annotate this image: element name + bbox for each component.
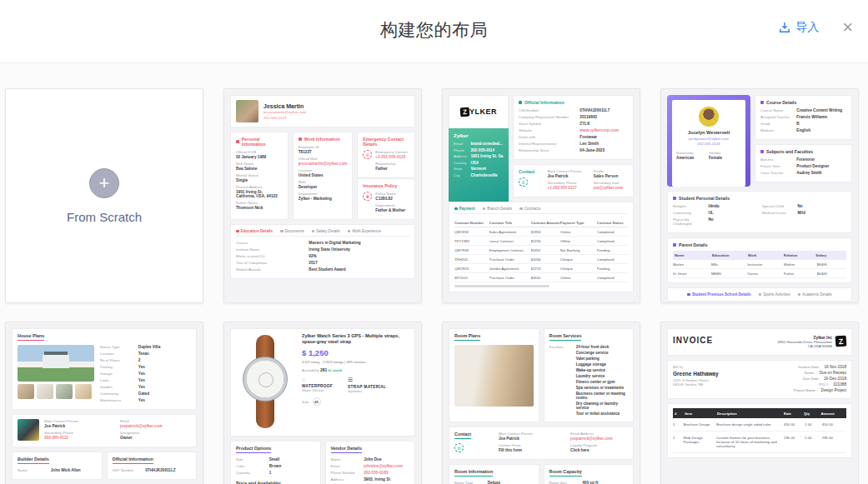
table-cell: Contract Amount xyxy=(531,221,560,225)
field-label: Special Child xyxy=(762,204,797,208)
table-cell: Cheque xyxy=(560,267,597,271)
field-value: B xyxy=(796,122,799,126)
field-label: Nick Name xyxy=(236,162,283,166)
table-cell: Payment Type xyxy=(560,221,597,225)
field-label: Year of Completion xyxy=(236,261,309,265)
template-card-product[interactable]: Zylker Watch Series 3 GPS - Multiple str… xyxy=(223,322,422,484)
table-cell: QW7933 xyxy=(454,248,489,252)
field-label: Secondary Phone xyxy=(44,431,115,435)
close-icon[interactable]: × xyxy=(842,20,853,35)
field-value: Sales Person xyxy=(594,174,633,178)
field-value: Yes xyxy=(138,378,145,382)
field-value: 321088 xyxy=(833,382,846,387)
field-row: GarageYes xyxy=(100,372,191,376)
field-value: Masters in Digital Marketing xyxy=(309,241,360,245)
table-row: 2Web Design PackagesCustom themes for yo… xyxy=(673,432,846,453)
template-card-company[interactable]: ZYLKER Zylker Emailbrand-zonedeal...Phon… xyxy=(442,88,640,303)
section-title: Room Information xyxy=(454,469,493,477)
template-card-from-scratch[interactable]: + From Scratch xyxy=(5,88,203,303)
field-value: Zylker - Marketing xyxy=(299,197,348,201)
field-row: Relationship Since04-June-2023 xyxy=(519,148,628,152)
facilities-label: Facilities xyxy=(549,345,576,417)
table-cell: Net Banking xyxy=(560,248,597,252)
house-title: House Plans xyxy=(18,333,44,341)
template-card-employee[interactable]: Jessica Martin jessicamartin@zylker.com … xyxy=(223,88,422,303)
waterproof-icon: ◌ xyxy=(302,377,333,382)
horizontal-scrollbar xyxy=(454,285,549,287)
field-value: Texas xyxy=(138,352,149,356)
student-email: jocelynwest@zylker.com xyxy=(676,137,741,141)
house-fields: House TypeDuplex VillaLocationTexasNo of… xyxy=(100,345,191,405)
tab-documents: Documents xyxy=(280,229,304,233)
field-label: Project Name : xyxy=(793,388,817,392)
table-cell: $3555 xyxy=(531,276,560,280)
table-cell: Pending xyxy=(597,248,628,252)
table-cell: Work xyxy=(748,253,784,257)
field-value: Yes xyxy=(138,385,145,389)
field-label: House Type xyxy=(100,345,138,349)
field-row: Emergency Contact+1-201-555-0123 xyxy=(375,150,408,159)
section-title: Student Personal Details xyxy=(679,196,730,201)
field-row: GST Number07HHJK20011LZ xyxy=(113,468,192,472)
field-value: 02 January 1989 xyxy=(236,155,283,159)
student-phone: 202-555-0143 xyxy=(676,142,741,146)
template-card-student[interactable]: Jocelyn Westervelt jocelynwest@zylker.co… xyxy=(660,88,859,303)
list-item: Dry cleaning or laundry service xyxy=(576,402,628,410)
subjects-icon xyxy=(760,150,764,153)
table-cell: MBBS xyxy=(711,272,748,276)
template-card-invoice[interactable]: INVOICE Zylker Inc 4951 Hacienda Drive, … xyxy=(660,322,859,484)
student-profile-card: Jocelyn Westervelt jocelynwest@zylker.co… xyxy=(667,95,750,187)
field-row: Contact FormFill this form xyxy=(499,443,568,452)
invoice-table: #ItemDescriptionRateQtyAmount1Brochure D… xyxy=(673,408,846,453)
field-row: Marital StatusSingle xyxy=(236,173,283,182)
section-title: Parent Details xyxy=(679,242,708,247)
field-label: Due Date : xyxy=(803,377,820,381)
field-value: Joe Patrick xyxy=(44,424,115,428)
list-item: Fitness center or gym xyxy=(576,380,628,384)
table-cell: Online xyxy=(560,276,597,280)
invoice-address2: CA USA 94588 xyxy=(808,344,832,348)
insurance-fields: Policy NameC128/L82DependentsFather & Mo… xyxy=(375,192,405,215)
personal-fields-left: ReligionHinduCommunityULPhysically Chall… xyxy=(673,204,757,228)
table-cell: $640K xyxy=(817,272,846,276)
contact-photo xyxy=(18,419,39,441)
field-label: Official Mail xyxy=(299,157,348,161)
section-title: Insurance Policy xyxy=(363,183,397,188)
field-label: Address xyxy=(454,154,470,158)
section-title: Personal Information xyxy=(242,137,283,147)
field-label: Invoice Date : xyxy=(799,365,821,369)
field-row: GenderFemale xyxy=(709,151,741,160)
field-value: Owner xyxy=(120,436,191,440)
field-row: Policy NameC128/L82 xyxy=(375,192,405,201)
import-button[interactable]: 导入 xyxy=(779,20,819,35)
template-card-room[interactable]: Room Plans Room Services Facilities 24-h… xyxy=(442,322,640,484)
bill-to-label: Bill To xyxy=(673,365,683,369)
field-row: DesignationOwner xyxy=(120,431,191,440)
section-title: Product Options xyxy=(236,446,271,453)
field-row: Father NameThomson Nick xyxy=(236,201,283,210)
table-cell: Web Design Packages xyxy=(683,436,716,444)
plus-icon[interactable]: + xyxy=(89,168,119,198)
field-label: No of Floors xyxy=(100,358,138,362)
tab-academic-details: Academic Details xyxy=(798,292,832,297)
tab-branch-details: Branch Details xyxy=(483,207,512,211)
tab-contracts: Contracts xyxy=(519,207,540,211)
personal-fields-right: Special ChildNoMedical IssuesMild xyxy=(762,204,846,228)
field-label: Father Name xyxy=(236,201,283,205)
size-label: Size xyxy=(302,400,309,404)
field-value: USA xyxy=(470,161,479,165)
template-card-house[interactable]: House Plans House TypeDuplex VillaLocati… xyxy=(5,322,203,484)
section-title: Contact xyxy=(454,432,471,439)
field-row: ProfileSales Person xyxy=(594,169,633,178)
table-cell: Offline xyxy=(560,239,597,243)
product-title: Zylker Watch Series 3 GPS - Multiple str… xyxy=(302,333,409,346)
field-row: Medals/AwardsBest Student Award xyxy=(236,267,409,272)
section-room-information: Room Information Room TypeDeluxeRoom Num… xyxy=(449,464,539,484)
table-cell: $840K xyxy=(817,262,846,267)
field-value: Father & Mother xyxy=(375,208,405,212)
field-label: Email xyxy=(120,419,191,423)
invoice-title: INVOICE xyxy=(673,336,713,345)
section-subjects-faculties: Subjects and Faculties BatchesForenoonFu… xyxy=(755,144,852,182)
table-cell: $2256 xyxy=(531,239,560,243)
room-title: Room Plans xyxy=(454,333,480,341)
